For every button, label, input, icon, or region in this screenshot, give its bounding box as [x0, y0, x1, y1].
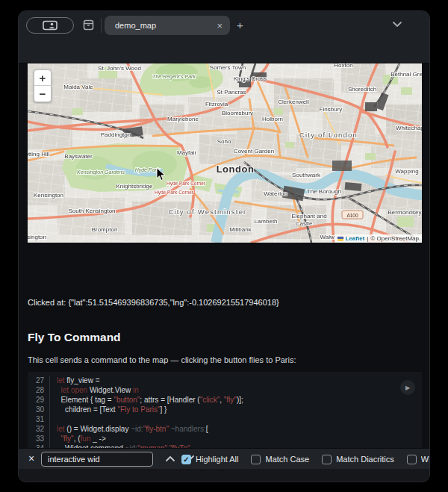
- map-label: South Kensington: [68, 208, 115, 214]
- map-label: Marylebone: [167, 116, 199, 122]
- map-label: City of Westminster: [169, 208, 247, 216]
- find-previous-icon[interactable]: [165, 455, 175, 462]
- tab-separator: [101, 18, 102, 33]
- map-label: Knightsbridge: [116, 183, 153, 190]
- section-heading: Fly To Command: [28, 331, 121, 344]
- mouse-cursor: [156, 167, 167, 181]
- map-label: The Regent's Park: [152, 74, 196, 80]
- map-label: Castle: [296, 220, 313, 227]
- map-label: City of London: [299, 131, 358, 139]
- code-line: 27let fly_view =: [28, 376, 422, 385]
- find-option-label: Match Diacritics: [336, 455, 394, 464]
- checkbox-icon[interactable]: [251, 455, 261, 464]
- map-label: Notting Hill: [28, 151, 50, 158]
- checkbox-icon[interactable]: [322, 455, 332, 464]
- map-label: Bethnal Green: [391, 71, 422, 78]
- screen-share-icon: [42, 20, 58, 31]
- code-line: 29 Element { tag = "button"; attrs = [Ha…: [28, 395, 422, 405]
- map-label: Fitzrovia: [205, 101, 228, 108]
- map-label: St Pancras: [217, 89, 246, 96]
- map-label: The Borough: [307, 188, 341, 195]
- section-description: This cell sends a command to the map — c…: [28, 355, 296, 364]
- map-label: Bloomsbury: [222, 110, 253, 116]
- play-icon: ▶: [405, 384, 410, 391]
- screen-share-button[interactable]: [26, 17, 74, 34]
- find-option-highlight-all[interactable]: ✓Highlight All: [181, 455, 238, 464]
- map-attribution: Leaflet | © OpenStreetMap: [335, 234, 422, 243]
- map-label: Whitechapel: [396, 125, 422, 131]
- map-label: Hoxton: [334, 63, 352, 69]
- tab-bar: demo_map × +: [19, 11, 429, 39]
- map-label: St. John's Wood: [98, 65, 141, 72]
- code-line: 32let () = Widget.display ~id:"fly-btn" …: [28, 424, 422, 434]
- code-line: 31: [28, 414, 422, 424]
- tab-demo-map[interactable]: demo_map ×: [105, 16, 230, 35]
- map-label: Kensington Gardens: [77, 169, 125, 175]
- attribution-separator: |: [367, 235, 368, 242]
- road-ref-label: A100: [346, 213, 358, 218]
- code-line: 33 "fly", (fun _ ->: [28, 434, 422, 443]
- new-tab-button[interactable]: +: [237, 19, 243, 31]
- page-content: A100 St. John's WoodMaida ValeThe Regent…: [19, 63, 429, 448]
- checkbox-icon[interactable]: [407, 455, 417, 464]
- zoom-out-button[interactable]: −: [34, 86, 51, 102]
- find-option-label: Whole Words: [421, 455, 429, 464]
- map-label: Shoreditch: [348, 86, 376, 93]
- tab-list-chevron-icon[interactable]: [392, 21, 402, 28]
- map-label: Brompton: [92, 226, 118, 233]
- map-label: Clerkenwell: [278, 99, 309, 105]
- map-label: Somers Town: [210, 64, 246, 71]
- map-zoom-control: + −: [34, 69, 52, 102]
- find-option-whole-words[interactable]: Whole Words: [407, 455, 429, 464]
- map-tiles: A100 St. John's WoodMaida ValeThe Regent…: [28, 63, 422, 243]
- archive-box-icon[interactable]: [83, 19, 94, 31]
- screen: demo_map × + ← → ↻ Not Secure http://not…: [0, 0, 448, 492]
- map-label: London: [217, 164, 255, 175]
- map-label: Holborn: [262, 116, 283, 122]
- leaflet-link[interactable]: Leaflet: [346, 235, 365, 242]
- map-label: Bermondsey: [388, 209, 422, 216]
- map-label: Wapping: [395, 168, 418, 175]
- map-label: Lambeth: [254, 218, 277, 225]
- leaflet-map[interactable]: A100 St. John's WoodMaida ValeThe Regent…: [28, 63, 422, 243]
- map-label: Waterloo: [264, 190, 287, 197]
- find-option-label: Match Case: [265, 455, 309, 464]
- find-input[interactable]: [41, 452, 153, 467]
- flag-icon: [337, 237, 343, 241]
- map-label: King's Cross: [234, 75, 267, 82]
- tab-title: demo_map: [112, 21, 217, 30]
- find-option-label: Highlight All: [196, 455, 238, 464]
- browser-window: demo_map × + ← → ↻ Not Secure http://not…: [19, 11, 429, 482]
- map-label: Paddington: [101, 131, 131, 138]
- osm-link[interactable]: © OpenStreetMap: [370, 235, 419, 242]
- map-label: Hyde Park Corner: [155, 190, 194, 196]
- map-label: Kensington: [28, 234, 46, 240]
- road-ref-badge: A100: [342, 211, 363, 219]
- zoom-in-button[interactable]: +: [34, 70, 51, 86]
- map-label: Soho: [217, 138, 231, 145]
- code-line: 30 children = [Text "Fly to Paris"] }: [28, 405, 422, 414]
- findbar-close-icon[interactable]: ×: [28, 452, 34, 464]
- code-line: 28 let open Widget.View in: [28, 385, 422, 395]
- navigation-toolbar: ← → ↻ Not Secure http://notorious2:8080/…: [19, 39, 429, 63]
- run-cell-button[interactable]: ▶: [400, 380, 415, 395]
- map-label: Mayfair: [177, 149, 197, 156]
- map-label: Elephant and: [291, 213, 326, 219]
- find-bar: × ✓Highlight AllMatch CaseMatch Diacriti…: [19, 448, 429, 469]
- find-option-match-case[interactable]: Match Case: [251, 455, 309, 464]
- map-label: Millbank: [229, 226, 252, 233]
- map-label: Hyde Park Corner: [167, 181, 206, 187]
- map-label: Southwark: [292, 172, 321, 178]
- tab-close-icon[interactable]: ×: [217, 20, 223, 31]
- map-label: Maida Vale: [63, 84, 93, 90]
- clicked-coordinates-text: Clicked at: {"lat":51.515469396836735,"l…: [28, 298, 279, 307]
- window-bottom-edge: [19, 469, 429, 482]
- map-label: Covent Garden: [234, 148, 274, 155]
- map-label: Kensington: [34, 192, 63, 199]
- find-option-match-diacritics[interactable]: Match Diacritics: [322, 455, 394, 464]
- map-label: Finsbury: [320, 106, 343, 113]
- checkbox-checked-icon[interactable]: ✓: [181, 455, 191, 464]
- find-options: ✓Highlight AllMatch CaseMatch Diacritics…: [181, 449, 429, 469]
- map-label: Bayswater: [64, 153, 93, 160]
